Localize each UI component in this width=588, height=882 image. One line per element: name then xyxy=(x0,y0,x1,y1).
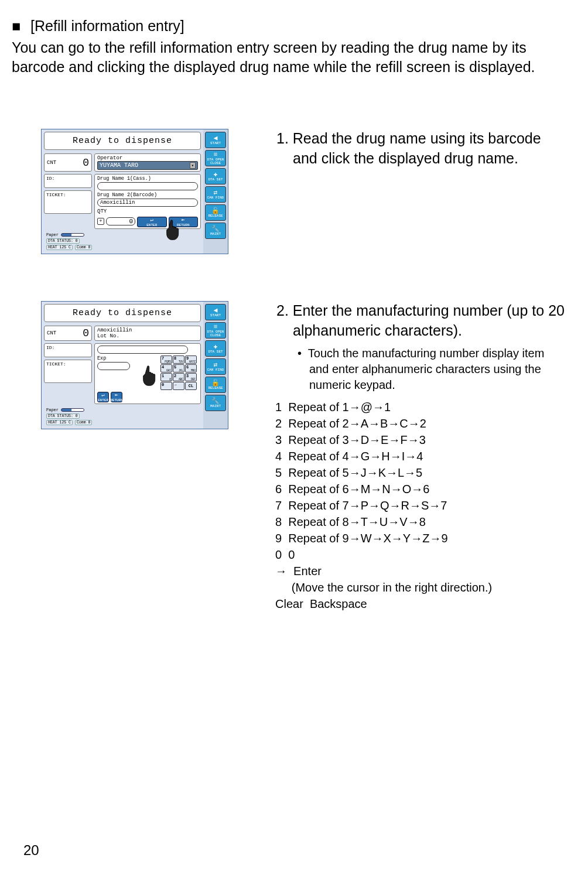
status-footer-2: Paper DTA STATUS: 0 HEAT 125 C Comm 0 xyxy=(44,406,201,426)
keypad-key-9[interactable]: 9WXYZ xyxy=(185,355,197,364)
screen-title: Ready to dispense xyxy=(44,132,201,150)
keymap-line: (Move the cursor in the right direction.… xyxy=(275,579,565,596)
ticket-box-2: TICKET: xyxy=(44,360,92,383)
keymap-line: 5 Repeat of 5→J→K→L→5 xyxy=(275,464,565,481)
keymap-line: 3 Repeat of 3→D→E→F→3 xyxy=(275,432,565,448)
start-button[interactable]: ◀START xyxy=(205,132,226,148)
dta-open-close-button[interactable]: ≡DTA OPEN CLOSE xyxy=(205,150,226,166)
qty-label: QTY xyxy=(97,208,111,214)
start-button-2[interactable]: ◀START xyxy=(205,304,226,320)
sidebar: ◀START ≡DTA OPEN CLOSE ✚DTA SET ⇄CAN FIN… xyxy=(203,129,228,254)
keymap-line: Clear Backspace xyxy=(275,596,565,612)
dta-set-button-2[interactable]: ✚DTA SET xyxy=(205,340,226,357)
keypad-key-0[interactable]: 0 xyxy=(160,382,172,390)
numeric-keypad: 7PQRS8TUV9WXYZ4GHI5JKL6MNO1@2ABC3DEF0→CL xyxy=(160,355,198,390)
drug2-label: Drug Name 2(Barcode) xyxy=(97,192,198,198)
cnt-label: CNT xyxy=(47,160,56,166)
maint-button-2[interactable]: 🔧MAINT xyxy=(205,395,226,411)
ticket-box: TICKET: xyxy=(44,190,92,214)
heat-status: HEAT 125 C xyxy=(46,245,73,250)
keypad-key-CL[interactable]: CL xyxy=(185,382,197,390)
drug-lot-box: Amoxicillin Lot No. xyxy=(94,326,201,341)
drug2-field[interactable]: Amoxicillin xyxy=(97,199,198,207)
keypad-key-8[interactable]: 8TUV xyxy=(173,355,184,364)
keymap-line: 9 Repeat of 9→W→X→Y→Z→9 xyxy=(275,530,565,546)
can-find-button-2[interactable]: ⇄CAN FIND xyxy=(205,358,226,375)
drug1-field[interactable] xyxy=(97,182,198,190)
qty-value[interactable]: 0 xyxy=(106,217,135,225)
lot-field[interactable] xyxy=(97,346,188,354)
chevron-down-icon: ▾ xyxy=(190,162,196,169)
keymap-line: 2 Repeat of 2→A→B→C→2 xyxy=(275,415,565,432)
lot-label: Lot No. xyxy=(97,333,198,339)
step-2-row: Ready to dispense CNT 0 Amoxicillin Lot … xyxy=(12,301,565,612)
operator-dropdown[interactable]: YUYAMA TARO ▾ xyxy=(97,161,198,170)
keymap-line: 8 Repeat of 8→T→U→V→8 xyxy=(275,514,565,530)
page-number: 20 xyxy=(23,842,39,859)
operator-value: YUYAMA TARO xyxy=(100,162,138,169)
status-footer: Paper DTA STATUS: 0 HEAT 125 C Comm 0 xyxy=(44,231,201,251)
screenshot-2: Ready to dispense CNT 0 Amoxicillin Lot … xyxy=(41,301,228,429)
screenshot-1: Ready to dispense CNT 0 Operator YUYAMA … xyxy=(41,129,228,254)
qty-plus-button[interactable]: + xyxy=(97,218,104,225)
keymap-list: 1 Repeat of 1→@→12 Repeat of 2→A→B→C→23 … xyxy=(258,399,565,612)
kp-enter-button[interactable]: ↵ENTER xyxy=(97,392,109,402)
dta-status: DTA STATUS: 0 xyxy=(46,238,80,244)
step-1-row: Ready to dispense CNT 0 Operator YUYAMA … xyxy=(12,129,565,254)
exp-label: Exp xyxy=(97,355,131,361)
operator-label: Operator xyxy=(97,155,198,161)
cnt-box: CNT 0 xyxy=(44,153,92,172)
screen-title-2: Ready to dispense xyxy=(44,304,201,322)
release-button-2[interactable]: 🔓RELEASE xyxy=(205,377,226,393)
keypad-key-2[interactable]: 2ABC xyxy=(173,373,184,381)
intro-paragraph: You can go to the refill information ent… xyxy=(12,38,565,76)
enter-button[interactable]: ↵ENTER xyxy=(137,217,167,227)
section-heading: ■ [Refill information entry] xyxy=(12,18,565,35)
id-box-2: ID: xyxy=(44,343,92,357)
step-2-sub: • Touch the manufacturing number display… xyxy=(258,346,565,393)
keypad-key-3[interactable]: 3DEF xyxy=(185,373,197,381)
keypad-key-4[interactable]: 4GHI xyxy=(160,364,172,372)
drug-name-2: Amoxicillin xyxy=(97,327,198,333)
operator-box: Operator YUYAMA TARO ▾ xyxy=(94,153,201,172)
maint-button[interactable]: 🔧MAINT xyxy=(205,223,226,239)
step-1-text: 1. Read the drug name using its barcode … xyxy=(258,129,565,169)
step-2-text: 2. Enter the manufacturing number (up to… xyxy=(258,301,565,341)
return-button[interactable]: ⇤RETURN xyxy=(169,217,199,227)
cnt-value: 0 xyxy=(83,157,89,169)
cnt-box-2: CNT 0 xyxy=(44,326,92,341)
drug-panel: Drug Name 1(Cass.) Drug Name 2(Barcode) … xyxy=(94,174,201,229)
keymap-line: 0 0 xyxy=(275,546,565,563)
keymap-line: 6 Repeat of 6→M→N→O→6 xyxy=(275,481,565,497)
exp-field[interactable] xyxy=(97,362,130,370)
keypad-key-5[interactable]: 5JKL xyxy=(173,364,184,372)
kp-return-button[interactable]: ⇤RETURN xyxy=(111,392,122,402)
can-find-button[interactable]: ⇄CAN FIND xyxy=(205,186,226,203)
dta-set-button[interactable]: ✚DTA SET xyxy=(205,168,226,184)
keymap-line: 7 Repeat of 7→P→Q→R→S→7 xyxy=(275,497,565,514)
comm-status: Comm 0 xyxy=(75,245,92,250)
drug1-label: Drug Name 1(Cass.) xyxy=(97,176,198,182)
keypad-key-→[interactable]: → xyxy=(173,382,184,390)
lot-exp-panel: Exp 7PQRS8TUV9WXYZ4GHI5JKL6MNO1@2ABC3DEF… xyxy=(94,343,201,404)
paper-label: Paper xyxy=(46,233,59,237)
sidebar-2: ◀START ≡DTA OPEN CLOSE ✚DTA SET ⇄CAN FIN… xyxy=(203,302,228,429)
heading-text: [Refill information entry] xyxy=(30,18,184,34)
dta-open-close-button-2[interactable]: ≡DTA OPEN CLOSE xyxy=(205,322,226,339)
bullet-icon: ■ xyxy=(12,18,20,34)
keypad-key-6[interactable]: 6MNO xyxy=(185,364,197,372)
keypad-key-7[interactable]: 7PQRS xyxy=(160,355,172,364)
keymap-line: → Enter xyxy=(275,563,565,579)
paper-bar xyxy=(61,233,84,237)
keymap-line: 4 Repeat of 4→G→H→I→4 xyxy=(275,448,565,464)
release-button[interactable]: 🔓RELEASE xyxy=(205,204,226,221)
keypad-key-1[interactable]: 1@ xyxy=(160,373,172,381)
keymap-line: 1 Repeat of 1→@→1 xyxy=(275,399,565,415)
id-box: ID: xyxy=(44,174,92,188)
